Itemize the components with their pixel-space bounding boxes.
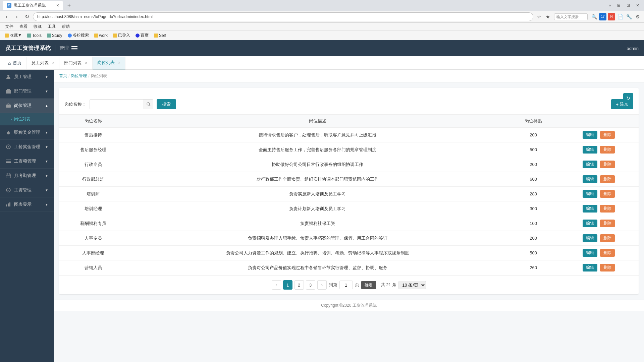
breadcrumb-home[interactable]: 首页 <box>59 73 67 79</box>
tab-position[interactable]: 岗位列表 × <box>93 57 125 69</box>
tab-department[interactable]: 部门列表 × <box>59 57 92 69</box>
goto-input[interactable] <box>339 281 353 289</box>
reload-btn[interactable]: ↻ <box>23 13 31 21</box>
prev-page-btn[interactable]: ‹ <box>272 280 281 290</box>
delete-btn-4[interactable]: 删除 <box>600 190 615 198</box>
delete-btn-1[interactable]: 删除 <box>600 146 615 154</box>
browser-ext-4[interactable]: 🔧 <box>625 13 633 20</box>
menu-file[interactable]: 文件 <box>3 23 16 30</box>
menu-help[interactable]: 帮助 <box>59 23 72 30</box>
sidebar-item-seniority-bonus[interactable]: 工龄奖金管理 ▼ <box>0 140 54 154</box>
back-btn[interactable]: ‹ <box>3 13 11 21</box>
browser-search-input[interactable] <box>554 13 588 20</box>
col-header-actions <box>559 115 639 128</box>
col-header-name: 岗位名称 <box>59 115 127 128</box>
edit-btn-2[interactable]: 编辑 <box>583 161 597 168</box>
sidebar-sub-position-list[interactable]: 岗位列表 <box>0 113 54 125</box>
tab-home[interactable]: ⌂ 首页 <box>3 57 26 69</box>
delete-btn-3[interactable]: 删除 <box>600 175 615 183</box>
bookmark-baidu-label: 百度 <box>141 33 149 38</box>
svg-line-16 <box>149 105 150 106</box>
tab-department-close[interactable]: × <box>85 61 87 65</box>
sidebar-item-chart[interactable]: 图表显示 ▼ <box>0 197 54 212</box>
bookmark-icon[interactable]: ★ <box>544 13 551 20</box>
cell-bonus-3: 600 <box>508 172 558 187</box>
sidebar-item-salary-item[interactable]: 工资项管理 ▼ <box>0 154 54 169</box>
sidebar-item-attendance[interactable]: 月考勤管理 ▼ <box>0 169 54 183</box>
star-icon[interactable]: ☆ <box>535 13 543 20</box>
bookmark-favorites[interactable]: 收藏▼ <box>3 32 24 39</box>
sidebar-item-position[interactable]: 岗位管理 ▲ <box>0 99 54 113</box>
menu-view[interactable]: 查看 <box>17 23 30 30</box>
breadcrumb-position-mgmt[interactable]: 岗位管理 <box>71 73 87 79</box>
sidebar-item-employee[interactable]: 员工管理 ▼ <box>0 70 54 84</box>
edit-btn-5[interactable]: 编辑 <box>583 205 597 213</box>
browser-menu-bar: 文件 查看 收藏 工具 帮助 <box>0 23 644 31</box>
delete-btn-8[interactable]: 删除 <box>600 249 615 257</box>
cell-desc-9: 负责对公司产品价值实现过程中各销售环节实行管理、监督、协调、服务 <box>127 260 508 275</box>
goto-confirm-btn[interactable]: 确定 <box>361 281 376 289</box>
menu-bookmarks[interactable]: 收藏 <box>31 23 44 30</box>
browser-settings[interactable]: ⚙ <box>634 13 641 20</box>
per-page-select[interactable]: 10 条/页 20 条/页 50 条/页 <box>398 281 426 289</box>
bookmark-study[interactable]: Study <box>45 33 64 39</box>
forward-btn[interactable]: › <box>13 13 21 21</box>
delete-btn-9[interactable]: 删除 <box>600 264 615 272</box>
bookmark-self[interactable]: Self <box>152 33 168 39</box>
cell-bonus-6: 100 <box>508 216 558 231</box>
hamburger-menu[interactable] <box>71 46 77 50</box>
bookmark-work[interactable]: work <box>92 33 110 39</box>
restore-icon[interactable]: ⊡ <box>625 3 632 8</box>
edit-btn-3[interactable]: 编辑 <box>583 175 597 183</box>
plus-icon: + <box>616 102 619 107</box>
search-icon[interactable]: 🔍 <box>590 13 598 20</box>
browser-ext-2[interactable]: N <box>608 13 615 20</box>
page-btn-3[interactable]: 3 <box>306 280 315 290</box>
cell-desc-4: 负责实施新人培训及员工学习 <box>127 187 508 201</box>
sidebar-item-salary-mgmt[interactable]: ¥ 工资管理 ▼ <box>0 183 54 197</box>
browser-ext-1[interactable]: 17 <box>599 13 606 20</box>
delete-btn-5[interactable]: 删除 <box>600 205 615 213</box>
cell-actions-4: 编辑 删除 <box>559 187 639 201</box>
delete-btn-0[interactable]: 删除 <box>600 131 615 139</box>
edit-btn-7[interactable]: 编辑 <box>583 234 597 242</box>
table-row: 行政专员 协助做好公司公司日常行政事务的组织协调工作 200 编辑 删除 <box>59 157 639 172</box>
delete-btn-2[interactable]: 删除 <box>600 161 615 168</box>
sidebar-item-department[interactable]: 部门管理 ▼ <box>0 84 54 99</box>
new-tab-btn[interactable]: + <box>64 1 74 10</box>
address-bar[interactable]: http://localhost:8088/ssm_esms/toPage.do… <box>33 12 533 21</box>
page-btn-2[interactable]: 2 <box>294 280 304 290</box>
cell-name-2: 行政专员 <box>59 157 127 172</box>
minimize-icon[interactable]: » <box>607 3 613 8</box>
tab-position-close[interactable]: × <box>118 60 120 65</box>
browser-tab[interactable]: E 员工工资管理系统 × <box>3 1 63 10</box>
edit-btn-0[interactable]: 编辑 <box>583 131 597 139</box>
edit-btn-4[interactable]: 编辑 <box>583 190 597 198</box>
close-window-icon[interactable]: ✕ <box>634 3 641 8</box>
bookmark-tools[interactable]: Tools <box>25 33 44 39</box>
search-input[interactable] <box>90 100 144 109</box>
delete-btn-6[interactable]: 删除 <box>600 220 615 227</box>
delete-btn-7[interactable]: 删除 <box>600 234 615 242</box>
page-btn-1[interactable]: 1 <box>283 280 292 290</box>
refresh-btn[interactable]: ↻ <box>623 93 633 103</box>
edit-btn-6[interactable]: 编辑 <box>583 220 597 227</box>
window-menu-icon[interactable]: ⊟ <box>615 3 623 8</box>
search-btn[interactable]: 搜索 <box>157 99 176 109</box>
sidebar-item-title-bonus[interactable]: 职称奖金管理 ▼ <box>0 125 54 140</box>
edit-btn-1[interactable]: 编辑 <box>583 146 597 154</box>
bookmark-baidu[interactable]: 百度 <box>133 32 151 39</box>
edit-btn-9[interactable]: 编辑 <box>583 264 597 272</box>
tab-close-btn[interactable]: × <box>56 3 59 8</box>
bookmark-google[interactable]: 谷粉搜索 <box>66 32 91 39</box>
attendance-expand-arrow: ▼ <box>45 174 48 178</box>
next-page-btn[interactable]: › <box>317 280 327 290</box>
search-input-icon[interactable] <box>144 100 153 109</box>
menu-tools[interactable]: 工具 <box>45 23 58 30</box>
browser-ext-3[interactable]: 📄 <box>616 13 624 20</box>
bookmark-imported[interactable]: 已导入 <box>111 32 132 39</box>
tab-employee-close[interactable]: × <box>52 61 54 65</box>
tab-employee[interactable]: 员工列表 × <box>26 57 59 69</box>
edit-btn-8[interactable]: 编辑 <box>583 249 597 257</box>
chart-icon <box>5 201 11 207</box>
